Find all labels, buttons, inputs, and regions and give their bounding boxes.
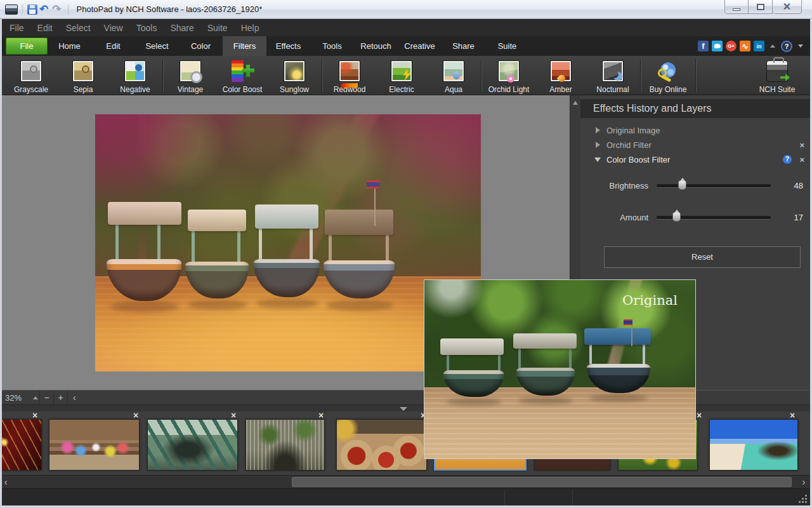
help-icon[interactable]: ? [781, 41, 792, 52]
thumbnail-chili-market[interactable] [336, 419, 427, 471]
button-label: Grayscale [14, 85, 48, 94]
button-label: Aqua [445, 85, 462, 94]
thumbnail-temple-tree[interactable] [246, 419, 325, 471]
tab-suite[interactable]: Suite [485, 36, 529, 56]
maximize-button[interactable] [749, 0, 773, 14]
close-thumbnail-icon[interactable]: × [790, 411, 795, 419]
tab-file[interactable]: File [6, 37, 48, 55]
filter-electric-button[interactable]: Electric [376, 56, 428, 94]
close-thumbnail-icon[interactable]: × [32, 411, 37, 419]
layer-original-image[interactable]: Original Image [580, 123, 812, 137]
filter-sunglow-button[interactable]: Sunglow [268, 56, 320, 94]
redo-icon[interactable]: ↷ [52, 4, 61, 15]
filter-grayscale-button[interactable]: Grayscale [5, 56, 57, 94]
layer-orchid-filter[interactable]: Orchid Filter × [580, 138, 812, 152]
thumbnail-shoes-market[interactable] [49, 419, 140, 471]
tab-tools[interactable]: Tools [310, 36, 354, 56]
twitter-icon[interactable] [712, 41, 723, 51]
help-dropdown-icon[interactable] [798, 44, 803, 48]
filter-sepia-button[interactable]: Sepia [57, 56, 109, 94]
menu-tools[interactable]: Tools [136, 23, 157, 33]
filter-aqua-button[interactable]: Aqua [428, 56, 480, 94]
reset-button[interactable]: Reset [604, 246, 801, 268]
close-thumbnail-icon[interactable]: × [133, 411, 138, 419]
close-thumbnail-icon[interactable]: × [697, 411, 702, 419]
tab-filters[interactable]: Filters [223, 36, 266, 56]
slider-thumb[interactable] [678, 180, 686, 190]
tab-color[interactable]: Color [179, 36, 223, 56]
divider [68, 4, 69, 15]
zoom-level[interactable]: 32% [0, 393, 30, 403]
scroll-right-button[interactable]: › [798, 476, 809, 489]
status-divider [504, 490, 505, 505]
zoom-out-button[interactable]: − [39, 391, 53, 405]
menu-select[interactable]: Select [66, 23, 91, 33]
brightness-slider[interactable] [657, 184, 771, 187]
menu-help[interactable]: Help [241, 23, 259, 33]
close-thumbnail-icon[interactable]: × [231, 411, 236, 419]
remove-layer-icon[interactable]: × [799, 140, 804, 150]
slider-thumb[interactable] [672, 212, 681, 222]
chevron-right-icon[interactable] [596, 127, 600, 133]
original-label: Original [622, 293, 678, 308]
amount-slider-row: Amount 17 [580, 210, 812, 225]
vintage-icon [180, 60, 201, 82]
nocturnal-icon [602, 60, 624, 82]
amount-slider[interactable] [657, 216, 771, 219]
close-thumbnail-icon[interactable]: × [318, 411, 324, 419]
collapse-ribbon-icon[interactable] [770, 44, 775, 48]
tab-home[interactable]: Home [48, 36, 91, 56]
menu-edit[interactable]: Edit [37, 23, 53, 33]
tab-effects[interactable]: Effects [266, 36, 310, 56]
zoom-in-button[interactable]: + [53, 391, 67, 405]
toolbar-separator [695, 59, 696, 92]
chevron-down-icon[interactable] [594, 157, 601, 162]
thumbnail-beach-boats[interactable] [709, 419, 798, 471]
tab-edit[interactable]: Edit [91, 36, 135, 56]
thumbnail-motorbike-bridge[interactable] [147, 419, 238, 471]
zoom-dropdown-icon[interactable] [33, 396, 38, 399]
scroll-up-icon[interactable] [573, 101, 578, 105]
save-icon[interactable] [27, 4, 37, 15]
minimize-button[interactable] [724, 0, 749, 14]
button-label: Sepia [74, 85, 93, 94]
remove-layer-icon[interactable]: × [799, 155, 804, 164]
undo-icon[interactable]: ↶ [39, 4, 48, 15]
filters-toolbar: Grayscale Sepia Negative Vintage Color B… [0, 56, 812, 95]
menu-share[interactable]: Share [170, 23, 193, 33]
menu-view[interactable]: View [104, 23, 123, 33]
buy-online-button[interactable]: Buy Online [642, 56, 694, 94]
thumbnail-fireworks[interactable] [0, 419, 42, 471]
nch-icon[interactable]: ∿ [740, 41, 750, 51]
filter-redwood-button[interactable]: Redwood [324, 56, 376, 94]
boat-post [643, 345, 645, 364]
nch-suite-button[interactable]: NCH Suite [751, 56, 803, 94]
google-plus-icon[interactable]: G+ [726, 41, 737, 51]
tab-retouch[interactable]: Retouch [354, 36, 398, 56]
filter-negative-button[interactable]: Negative [109, 56, 161, 94]
facebook-icon[interactable]: f [698, 41, 709, 51]
layer-help-icon[interactable]: ? [783, 155, 792, 164]
tab-select[interactable]: Select [135, 36, 179, 56]
linkedin-icon[interactable]: in [754, 41, 764, 51]
filter-color-boost-button[interactable]: Color Boost [216, 56, 268, 94]
tab-share[interactable]: Share [442, 36, 485, 56]
chevron-right-icon[interactable] [596, 142, 600, 148]
filter-nocturnal-button[interactable]: Nocturnal [587, 56, 639, 94]
tab-creative[interactable]: Creative [398, 36, 442, 56]
layer-color-boost-filter[interactable]: Color Boost Filter ? × [580, 152, 812, 166]
canvas-scroll-left-icon[interactable]: ‹ [67, 391, 81, 404]
toolbar-separator [481, 59, 481, 92]
filmstrip-scrollbar[interactable]: ‹ › [0, 475, 812, 488]
filter-amber-button[interactable]: Amber [535, 56, 587, 94]
scrollbar-thumb[interactable] [292, 477, 792, 487]
resize-grip[interactable] [805, 501, 807, 503]
filter-vintage-button[interactable]: Vintage [164, 56, 216, 94]
filter-orchid-light-button[interactable]: Orchid Light [483, 56, 535, 94]
orchid-light-icon [498, 60, 520, 82]
ribbon-tab-bar: File Home Edit Select Color Filters Effe… [0, 36, 812, 56]
menu-file[interactable]: File [10, 23, 24, 33]
close-button[interactable]: ✕ [773, 0, 802, 14]
social-links: f G+ ∿ in ? [698, 36, 812, 56]
menu-suite[interactable]: Suite [207, 23, 228, 33]
